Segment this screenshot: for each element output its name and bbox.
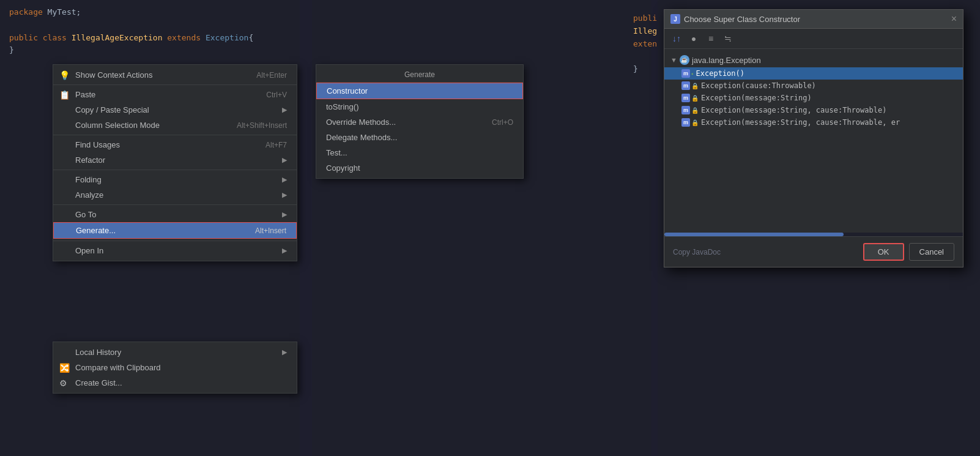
gen-item-tostring[interactable]: toString(): [316, 99, 523, 114]
arrow-icon: ▶: [282, 191, 287, 199]
arrow-icon: ▶: [282, 348, 287, 356]
generate-menu-title: Generate: [316, 67, 523, 83]
menu-item-copy-paste-special[interactable]: Copy / Paste Special ▶: [53, 102, 297, 118]
dialog-footer: Copy JavaDoc OK Cancel: [664, 236, 963, 267]
menu-item-compare-clipboard[interactable]: 🔀 Compare with Clipboard: [53, 360, 297, 375]
access-lock-icon: 🔒: [691, 119, 699, 126]
access-lock-icon: 🔒: [691, 83, 699, 89]
left-code: package MyTest; public class IllegalAgeE…: [0, 0, 300, 63]
menu-item-folding[interactable]: Folding ▶: [53, 172, 297, 187]
menu-item-open-in[interactable]: Open In ▶: [53, 243, 297, 258]
copy-javadoc-link[interactable]: Copy JavaDoc: [673, 248, 721, 256]
tree-item-label: Exception(): [696, 69, 744, 78]
tree-item-label: Exception(cause:Throwable): [701, 81, 816, 90]
menu-item-go-to[interactable]: Go To ▶: [53, 207, 297, 222]
package-icon: ☕: [680, 55, 689, 65]
method-icon: m: [681, 81, 690, 90]
choose-super-class-dialog: J Choose Super Class Constructor × ↓↑ ● …: [664, 9, 963, 267]
method-icon: m: [681, 94, 690, 102]
footer-buttons: OK Cancel: [863, 243, 954, 261]
dialog-toolbar: ↓↑ ● ≡ ≒: [664, 29, 963, 49]
ok-button[interactable]: OK: [863, 243, 904, 261]
access-pub-icon: ▪: [691, 70, 694, 77]
bottom-context-menu: Local History ▶ 🔀 Compare with Clipboard…: [53, 342, 297, 394]
dialog-scrollbar-thumb: [664, 233, 844, 236]
method-icon: m: [681, 118, 690, 127]
method-icon: m: [681, 106, 690, 114]
tree-root-label: java.lang.Exception: [692, 56, 761, 65]
separator-1: [53, 84, 297, 85]
context-menu: 💡 Show Context Actions Alt+Enter 📋 Paste…: [53, 64, 297, 261]
dialog-title-area: J Choose Super Class Constructor: [670, 14, 800, 24]
tree-item-exception-message[interactable]: m 🔒 Exception(message:String): [664, 92, 963, 104]
menu-item-refactor[interactable]: Refactor ▶: [53, 152, 297, 168]
tree-item-exception-cause[interactable]: m 🔒 Exception(cause:Throwable): [664, 80, 963, 92]
arrow-icon: ▶: [282, 211, 287, 219]
tree-item-label: Exception(message:String): [701, 94, 812, 102]
dialog-titlebar: J Choose Super Class Constructor ×: [664, 10, 963, 29]
separator-3: [53, 170, 297, 170]
gen-item-constructor[interactable]: Constructor: [316, 83, 523, 99]
menu-item-show-context-actions[interactable]: 💡 Show Context Actions Alt+Enter: [53, 67, 297, 83]
generate-submenu: Generate Constructor toString() Override…: [316, 64, 524, 179]
tree-item-exception-msg-cause[interactable]: m 🔒 Exception(message:String, cause:Thro…: [664, 104, 963, 116]
menu-item-analyze[interactable]: Analyze ▶: [53, 187, 297, 203]
menu-item-create-gist[interactable]: ⚙ Create Gist...: [53, 375, 297, 391]
tree-root-item[interactable]: ▼ ☕ java.lang.Exception: [664, 53, 963, 67]
tree-item-label: Exception(message:String, cause:Throwabl…: [701, 118, 900, 127]
separator-5: [53, 241, 297, 241]
toolbar-sort-button[interactable]: ↓↑: [669, 31, 684, 46]
compare-icon: 🔀: [59, 363, 70, 373]
menu-item-generate[interactable]: Generate... Alt+Insert: [53, 222, 297, 239]
menu-item-find-usages[interactable]: Find Usages Alt+F7: [53, 137, 297, 152]
bulb-icon: 💡: [59, 70, 70, 80]
tree-expand-arrow: ▼: [670, 56, 677, 64]
dialog-tree: ▼ ☕ java.lang.Exception m ▪ Exception() …: [664, 49, 963, 233]
dialog-title-text: Choose Super Class Constructor: [684, 15, 800, 24]
access-lock-icon: 🔒: [691, 95, 699, 102]
github-icon: ⚙: [59, 378, 67, 388]
tree-item-label: Exception(message:String, cause:Throwabl…: [701, 106, 886, 114]
tree-item-exception-msg-cause-er[interactable]: m 🔒 Exception(message:String, cause:Thro…: [664, 116, 963, 129]
tree-item-exception-default[interactable]: m ▪ Exception(): [664, 67, 963, 80]
method-icon: m: [681, 69, 690, 78]
toolbar-expand-alt-button[interactable]: ≒: [721, 31, 735, 46]
gen-item-copyright[interactable]: Copyright: [316, 160, 523, 176]
toolbar-dot-button[interactable]: ●: [686, 31, 701, 46]
gen-item-test[interactable]: Test...: [316, 145, 523, 160]
arrow-icon: ▶: [282, 247, 287, 255]
dialog-title-icon: J: [670, 14, 680, 24]
arrow-icon: ▶: [282, 106, 287, 114]
gen-item-override-methods[interactable]: Override Methods... Ctrl+O: [316, 114, 523, 130]
dialog-close-button[interactable]: ×: [951, 13, 957, 24]
cancel-button[interactable]: Cancel: [909, 243, 954, 261]
toolbar-expand-button[interactable]: ≡: [703, 31, 718, 46]
dialog-scrollbar[interactable]: [664, 233, 963, 236]
gen-item-delegate-methods[interactable]: Delegate Methods...: [316, 130, 523, 145]
access-lock-icon: 🔒: [691, 107, 699, 114]
arrow-icon: ▶: [282, 156, 287, 164]
menu-item-local-history[interactable]: Local History ▶: [53, 345, 297, 360]
paste-icon: 📋: [59, 90, 70, 100]
menu-item-paste[interactable]: 📋 Paste Ctrl+V: [53, 87, 297, 102]
separator-4: [53, 204, 297, 205]
separator-2: [53, 135, 297, 135]
arrow-icon: ▶: [282, 176, 287, 184]
menu-item-column-selection[interactable]: Column Selection Mode Alt+Shift+Insert: [53, 118, 297, 133]
